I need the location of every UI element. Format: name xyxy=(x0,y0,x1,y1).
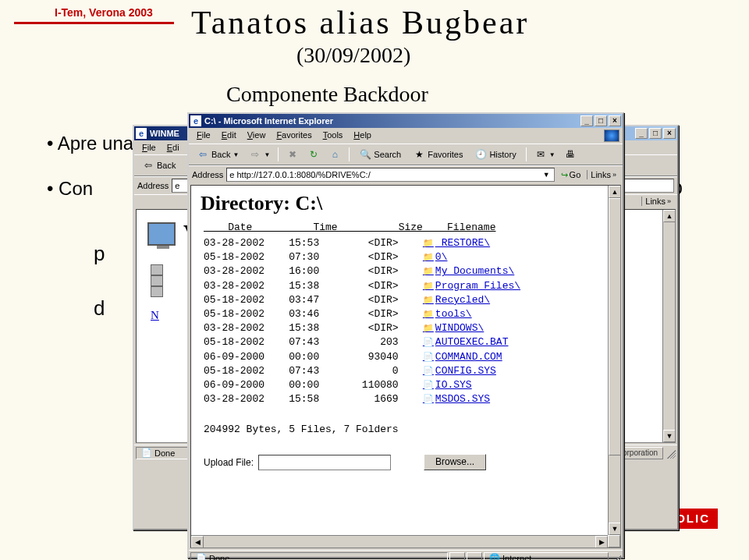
ie-icon: e xyxy=(190,115,201,126)
scroll-up-button[interactable]: ▲ xyxy=(663,210,676,222)
folder-link[interactable]: Program Files\ xyxy=(423,280,520,292)
folder-link[interactable]: WINDOWS\ xyxy=(423,322,484,334)
home-button[interactable]: ⌂ xyxy=(325,146,344,163)
statusbar-directory: 📄Done 🌐Internet xyxy=(189,550,623,560)
scroll-right-button[interactable]: ▶ xyxy=(595,536,608,548)
status-empty-1 xyxy=(449,552,465,561)
history-icon: 🕘 xyxy=(474,148,487,161)
stop-button[interactable]: ✖ xyxy=(283,146,302,163)
minimize-button[interactable]: _ xyxy=(635,128,648,139)
drive-icon xyxy=(151,286,163,297)
search-button[interactable]: 🔍Search xyxy=(354,146,406,163)
refresh-button[interactable]: ↻ xyxy=(304,146,323,163)
scroll-thumb[interactable] xyxy=(609,198,621,455)
scroll-up-button[interactable]: ▲ xyxy=(609,186,621,198)
scroll-corner xyxy=(608,535,620,548)
listing-header: Date Time Size Filename xyxy=(191,222,608,236)
back-button[interactable]: ⇦Back xyxy=(137,157,180,174)
print-button[interactable]: 🖶 xyxy=(561,146,580,163)
file-link[interactable]: CONFIG.SYS xyxy=(423,365,496,377)
browse-button[interactable]: Browse... xyxy=(424,454,486,470)
red-underline xyxy=(14,22,174,24)
mail-button[interactable]: ✉▼ xyxy=(531,146,559,163)
menu-help[interactable]: Help xyxy=(349,129,376,142)
menu-edit[interactable]: Edi xyxy=(162,142,184,153)
listing-row: 03-28-2002 15:38 <DIR> Program Files\ xyxy=(204,279,595,293)
ie-icon: e xyxy=(136,128,147,139)
stop-icon: ✖ xyxy=(286,148,299,161)
slide-section: Componente Backdoor xyxy=(226,82,428,107)
listing-row: 03-28-2002 15:38 <DIR> WINDOWS\ xyxy=(204,321,595,335)
refresh-icon: ↻ xyxy=(307,148,320,161)
menu-view[interactable]: View xyxy=(243,129,271,142)
links-toolbar[interactable]: Links » xyxy=(587,170,619,179)
folder-link[interactable]: Recycled\ xyxy=(423,294,490,306)
minimize-button[interactable]: _ xyxy=(580,115,593,126)
maximize-button[interactable]: □ xyxy=(595,115,607,126)
close-button[interactable]: × xyxy=(609,115,621,126)
scroll-down-button[interactable]: ▼ xyxy=(609,523,621,535)
file-link[interactable]: AUTOEXEC.BAT xyxy=(423,336,509,348)
listing-row: 06-09-2000 00:00 110080 IO.SYS xyxy=(204,378,595,392)
address-value: http://127.0.0.1:8080/%DRIVE%C:/ xyxy=(236,170,370,179)
slide-tag: I-Tem, Verona 2003 xyxy=(55,6,153,19)
menu-edit[interactable]: Edit xyxy=(217,129,241,142)
vertical-scrollbar[interactable]: ▲ ▼ xyxy=(662,210,675,442)
web-content: Directory: C:\ Date Time Size Filename 0… xyxy=(190,185,621,548)
listing-row: 05-18-2002 07:43 0 CONFIG.SYS xyxy=(204,364,595,378)
listing-row: 05-18-2002 07:43 203 AUTOEXEC.BAT xyxy=(204,335,595,349)
page-icon: 📄 xyxy=(141,448,152,458)
folder-link[interactable]: 0\ xyxy=(423,251,448,263)
file-link[interactable]: COMMAND.COM xyxy=(423,351,502,363)
address-dropdown[interactable]: ▼ xyxy=(541,171,552,179)
toolbar-directory: ⇦Back ▼ ⇨▼ ✖ ↻ ⌂ 🔍Search ★Favorites 🕘His… xyxy=(189,144,623,165)
address-input[interactable]: e http://127.0.0.1:8080/%DRIVE%C:/ ▼ xyxy=(226,168,554,182)
go-button[interactable]: ↪Go xyxy=(558,170,584,180)
page-icon: 📄 xyxy=(196,553,207,560)
favorites-button[interactable]: ★Favorites xyxy=(408,146,467,163)
scroll-down-button[interactable]: ▼ xyxy=(663,430,676,442)
back-button[interactable]: ⇦Back ▼ xyxy=(192,146,243,163)
listing-row: 03-28-2002 16:00 <DIR> My Documents\ xyxy=(204,264,595,278)
globe-icon: 🌐 xyxy=(489,553,500,560)
status-zone: Internet xyxy=(502,554,531,561)
maximize-button[interactable]: □ xyxy=(649,128,662,139)
drive-link-n[interactable]: N xyxy=(151,309,159,321)
menu-file[interactable]: File xyxy=(192,129,215,142)
status-done: Done xyxy=(154,448,175,458)
listing-row: 05-18-2002 03:47 <DIR> Recycled\ xyxy=(204,293,595,307)
bullet-4: d xyxy=(94,296,105,321)
forward-button[interactable]: ⇨▼ xyxy=(246,146,273,163)
menu-favorites[interactable]: Favorites xyxy=(272,129,316,142)
horizontal-scrollbar[interactable]: ◀ ▶ xyxy=(191,535,608,548)
links-toolbar[interactable]: Links » xyxy=(641,197,674,206)
forward-arrow-icon: ⇨ xyxy=(249,148,261,161)
slide-title: Tanatos alias Bugbear xyxy=(191,4,529,41)
directory-heading: Directory: C:\ xyxy=(191,186,608,222)
vertical-scrollbar[interactable]: ▲ ▼ xyxy=(608,186,620,548)
titlebar-directory[interactable]: e C:\ - Microsoft Internet Explorer _ □ … xyxy=(189,114,623,128)
folder-link[interactable]: tools\ xyxy=(423,308,472,320)
history-button[interactable]: 🕘History xyxy=(470,146,520,163)
resize-grip[interactable] xyxy=(665,448,676,459)
upload-path-input[interactable] xyxy=(258,455,391,470)
listing-row: 05-18-2002 03:46 <DIR> tools\ xyxy=(204,307,595,321)
folder-link[interactable]: _RESTORE\ xyxy=(423,237,490,249)
menu-tools[interactable]: Tools xyxy=(318,129,348,142)
window-directory: e C:\ - Microsoft Internet Explorer _ □ … xyxy=(187,112,624,558)
directory-listing: 03-28-2002 15:53 <DIR> _RESTORE\05-18-20… xyxy=(191,236,608,413)
go-icon: ↪ xyxy=(561,170,568,180)
back-arrow-icon: ⇦ xyxy=(142,159,154,172)
scroll-left-button[interactable]: ◀ xyxy=(191,536,204,548)
resize-grip[interactable] xyxy=(610,553,621,561)
status-done: Done xyxy=(209,554,229,561)
folder-link[interactable]: My Documents\ xyxy=(423,265,514,277)
drive-icon xyxy=(151,264,163,275)
file-link[interactable]: MSDOS.SYS xyxy=(423,393,490,405)
close-button[interactable]: × xyxy=(663,128,676,139)
menu-file[interactable]: File xyxy=(137,142,161,153)
file-link[interactable]: IO.SYS xyxy=(423,379,472,391)
ie-brand-icon xyxy=(604,129,619,142)
computer-icon xyxy=(147,222,176,246)
listing-row: 03-28-2002 15:53 <DIR> _RESTORE\ xyxy=(204,236,595,250)
